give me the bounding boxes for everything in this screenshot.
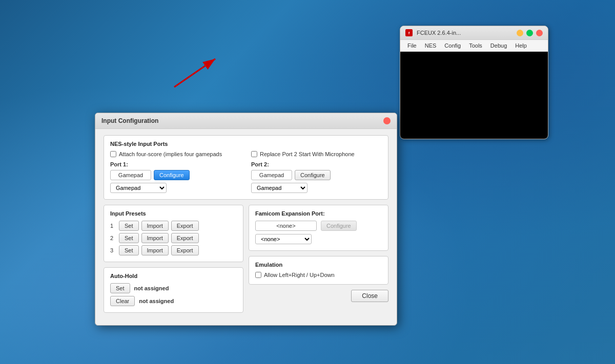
close-button[interactable]: Close: [351, 290, 388, 302]
maximize-button[interactable]: [526, 30, 533, 36]
bottom-row: Input Presets 1 Set Import Export 2 Set …: [104, 205, 388, 318]
menu-debug[interactable]: Debug: [487, 41, 510, 50]
fceux-menubar: File NES Config Tools Debug Help: [400, 40, 548, 52]
input-presets-section: Input Presets 1 Set Import Export 2 Set …: [104, 205, 243, 262]
fceux-close-button[interactable]: [536, 30, 543, 36]
port2-configure-button[interactable]: Configure: [295, 170, 331, 180]
preset1-import-button[interactable]: Import: [141, 221, 169, 231]
preset2-export-button[interactable]: Export: [171, 233, 199, 243]
menu-help[interactable]: Help: [512, 41, 530, 50]
bottom-left: Input Presets 1 Set Import Export 2 Set …: [104, 205, 243, 318]
fceux-display: [400, 52, 548, 139]
input-config-dialog: Input Configuration NES-style Input Port…: [95, 113, 397, 326]
allow-checkbox-row: Allow Left+Right / Up+Down: [255, 272, 382, 278]
fceux-window-title: FCEUX 2.6.4-in...: [417, 30, 512, 36]
autohold-clear-button[interactable]: Clear: [110, 296, 135, 306]
dialog-title: Input Configuration: [101, 117, 158, 124]
close-row: Close: [249, 290, 388, 302]
dialog-content: NES-style Input Ports Attach four-score …: [95, 129, 397, 325]
replace-port2-row: Replace Port 2 Start With Microphone: [251, 151, 382, 157]
port1-device-display: Gamepad: [110, 170, 151, 180]
port1-col: Attach four-score (implies four gamepads…: [110, 151, 241, 193]
port1-label: Port 1:: [110, 161, 241, 167]
emulation-title: Emulation: [255, 262, 382, 268]
port2-buttons: Gamepad Configure: [251, 170, 382, 180]
dialog-titlebar: Input Configuration: [95, 113, 397, 129]
bottom-right: Famicom Expansion Port: <none> Configure…: [249, 205, 388, 318]
auto-hold-title: Auto-Hold: [110, 273, 237, 279]
famicom-title: Famicom Expansion Port:: [255, 210, 382, 217]
replace-port2-checkbox[interactable]: [251, 151, 257, 157]
port2-label: Port 2:: [251, 161, 382, 167]
preset2-import-button[interactable]: Import: [141, 233, 169, 243]
nes-ports-section: NES-style Input Ports Attach four-score …: [104, 135, 388, 200]
auto-hold-section: Auto-Hold Set not assigned Clear not ass…: [104, 267, 243, 313]
fourscore-row: Attach four-score (implies four gamepads: [110, 151, 241, 157]
preset-num-1: 1: [110, 223, 116, 229]
famicom-configure-button[interactable]: Configure: [321, 221, 357, 231]
autohold-rows: Set not assigned Clear not assigned: [110, 283, 237, 306]
port2-dropdown[interactable]: Gamepad: [251, 183, 308, 193]
preset3-import-button[interactable]: Import: [141, 245, 169, 255]
port1-configure-button[interactable]: Configure: [154, 170, 190, 180]
port1-dropdown[interactable]: Gamepad: [110, 183, 167, 193]
menu-tools[interactable]: Tools: [466, 41, 485, 50]
menu-nes[interactable]: NES: [422, 41, 440, 50]
famicom-device-display: <none>: [255, 221, 317, 231]
preset-num-3: 3: [110, 247, 116, 253]
preset3-export-button[interactable]: Export: [171, 245, 199, 255]
port2-device-display: Gamepad: [251, 170, 292, 180]
presets-grid: 1 Set Import Export 2 Set Import Export: [110, 221, 237, 255]
preset-row-3: 3 Set Import Export: [110, 245, 237, 255]
replace-port2-label: Replace Port 2 Start With Microphone: [260, 151, 355, 157]
preset1-export-button[interactable]: Export: [171, 221, 199, 231]
autohold-value2: not assigned: [139, 298, 174, 304]
nes-ports-columns: Attach four-score (implies four gamepads…: [110, 151, 382, 193]
menu-config[interactable]: Config: [441, 41, 464, 50]
famicom-section: Famicom Expansion Port: <none> Configure…: [249, 205, 388, 251]
port2-col: Replace Port 2 Start With Microphone Por…: [251, 151, 382, 193]
autohold-value1: not assigned: [134, 285, 169, 291]
preset-row-2: 2 Set Import Export: [110, 233, 237, 243]
allow-leftright-label: Allow Left+Right / Up+Down: [264, 272, 335, 278]
fourscore-checkbox[interactable]: [110, 151, 116, 157]
preset-row-1: 1 Set Import Export: [110, 221, 237, 231]
autohold-row-2: Clear not assigned: [110, 296, 237, 306]
fceux-app-icon: f: [405, 29, 413, 36]
allow-leftright-checkbox[interactable]: [255, 272, 261, 278]
autohold-set-button[interactable]: Set: [110, 283, 130, 293]
menu-file[interactable]: File: [404, 41, 420, 50]
autohold-row-1: Set not assigned: [110, 283, 237, 293]
preset1-set-button[interactable]: Set: [119, 221, 139, 231]
dialog-close-button[interactable]: [383, 117, 391, 124]
fceux-titlebar: f FCEUX 2.6.4-in...: [400, 26, 548, 40]
preset-num-2: 2: [110, 235, 116, 241]
preset2-set-button[interactable]: Set: [119, 233, 139, 243]
fceux-window: f FCEUX 2.6.4-in... File NES Config Tool…: [400, 26, 548, 139]
famicom-dropdown[interactable]: <none>: [255, 234, 312, 244]
minimize-button[interactable]: [517, 30, 523, 36]
port1-buttons: Gamepad Configure: [110, 170, 241, 180]
window-controls: [517, 30, 543, 36]
emulation-section: Emulation Allow Left+Right / Up+Down: [249, 256, 388, 285]
preset3-set-button[interactable]: Set: [119, 245, 139, 255]
nes-ports-title: NES-style Input Ports: [110, 141, 382, 147]
fourscore-label: Attach four-score (implies four gamepads: [119, 151, 222, 157]
input-presets-title: Input Presets: [110, 210, 237, 217]
